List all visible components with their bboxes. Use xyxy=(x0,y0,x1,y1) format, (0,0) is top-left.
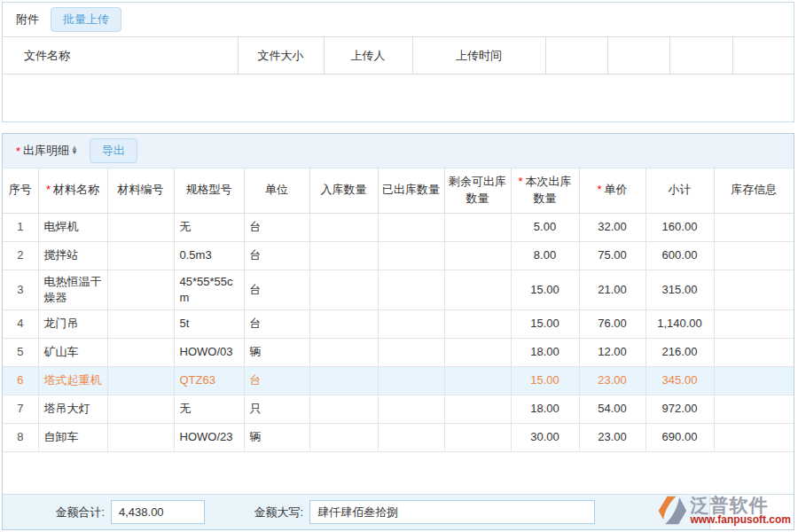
cell-price: 76.00 xyxy=(579,309,645,338)
cell-out_qty xyxy=(378,338,444,366)
cell-stock xyxy=(714,395,794,423)
cell-in_qty xyxy=(309,270,378,309)
attachments-header-bar: 附件 批量上传 xyxy=(3,3,794,36)
brand-logo-icon xyxy=(656,495,688,527)
export-button[interactable]: 导出 xyxy=(90,138,137,163)
cell-price: 12.00 xyxy=(579,338,645,366)
outbound-detail-panel: * 出库明细 ▲ ▼ 导出 序号*材料名称材料编号规格型号单位入库数量已出库数量… xyxy=(2,133,794,530)
attach-column-header-7 xyxy=(732,37,794,74)
outbound-column-header-0: 序号 xyxy=(3,168,38,213)
attachments-label: 附件 xyxy=(16,12,39,27)
cell-in_qty xyxy=(309,366,378,395)
cell-this_qty: 15.00 xyxy=(511,366,579,395)
row-count-stepper[interactable]: ▲ ▼ xyxy=(71,146,78,155)
outbound-row[interactable]: 1电焊机无台5.0032.00160.00 xyxy=(3,213,794,241)
outbound-column-header-1: *材料名称 xyxy=(38,168,107,213)
cell-in_qty xyxy=(309,309,378,338)
cell-unit: 只 xyxy=(244,395,309,423)
attachments-panel: 附件 批量上传 文件名称文件大小上传人上传时间 xyxy=(2,2,794,122)
cell-stock xyxy=(714,366,794,395)
cell-code xyxy=(107,338,174,366)
cell-price: 23.00 xyxy=(579,366,645,395)
cell-price: 21.00 xyxy=(579,270,645,309)
attach-column-header-1: 文件大小 xyxy=(238,37,324,74)
cell-name: 搅拌站 xyxy=(38,241,107,270)
outbound-row[interactable]: 5矿山车HOWO/03辆18.0012.00216.00 xyxy=(3,338,794,366)
cell-unit: 辆 xyxy=(244,338,309,366)
cell-stock xyxy=(714,309,794,338)
outbound-row[interactable]: 2搅拌站0.5m3台8.0075.00600.00 xyxy=(3,241,794,270)
cell-out_qty xyxy=(378,423,444,451)
cell-out_qty xyxy=(378,395,444,423)
stepper-down-icon[interactable]: ▼ xyxy=(71,151,78,155)
outbound-row[interactable]: 4龙门吊5t台15.0076.001,140.00 xyxy=(3,309,794,338)
outbound-column-header-5: 入库数量 xyxy=(309,168,378,213)
amount-words-field[interactable]: 肆仟肆佰叁拾捌 xyxy=(309,500,595,524)
cell-stock xyxy=(714,270,794,309)
required-marker: * xyxy=(597,183,601,196)
attach-column-header-6 xyxy=(669,37,732,74)
attach-column-header-5 xyxy=(607,37,669,74)
outbound-column-header-9: *单价 xyxy=(579,168,645,213)
required-marker: * xyxy=(518,175,522,188)
cell-remain_qty xyxy=(444,395,511,423)
cell-in_qty xyxy=(309,395,378,423)
cell-price: 54.00 xyxy=(579,395,645,423)
brand-text: 泛普软件 www.fanpusoft.com xyxy=(690,496,791,526)
cell-name: 塔吊大灯 xyxy=(38,395,107,423)
cell-unit: 台 xyxy=(244,213,309,241)
cell-unit: 辆 xyxy=(244,423,309,451)
outbound-column-header-4: 单位 xyxy=(244,168,309,213)
page: 附件 批量上传 文件名称文件大小上传人上传时间 * 出库明细 ▲ ▼ 导出 xyxy=(0,0,798,532)
cell-spec: 无 xyxy=(174,395,244,423)
cell-seq: 4 xyxy=(3,309,38,338)
cell-subtotal: 160.00 xyxy=(645,213,714,241)
outbound-column-header-3: 规格型号 xyxy=(174,168,244,213)
cell-remain_qty xyxy=(444,338,511,366)
cell-stock xyxy=(714,338,794,366)
outbound-row[interactable]: 6塔式起重机QTZ63台15.0023.00345.00 xyxy=(3,366,794,395)
cell-subtotal: 216.00 xyxy=(645,338,714,366)
cell-unit: 台 xyxy=(244,270,309,309)
cell-unit: 台 xyxy=(244,309,309,338)
total-amount-field[interactable]: 4,438.00 xyxy=(111,500,205,524)
cell-seq: 6 xyxy=(3,366,38,395)
outbound-row[interactable]: 7塔吊大灯无只18.0054.00972.00 xyxy=(3,395,794,423)
cell-out_qty xyxy=(378,309,444,338)
outbound-label: 出库明细 xyxy=(23,143,69,159)
outbound-table: 序号*材料名称材料编号规格型号单位入库数量已出库数量剩余可出库数量*本次出库数量… xyxy=(3,168,794,452)
cell-spec: HOWO/03 xyxy=(174,338,244,366)
amount-words-label: 金额大写: xyxy=(254,505,309,520)
cell-this_qty: 15.00 xyxy=(511,270,579,309)
cell-remain_qty xyxy=(444,366,511,395)
cell-seq: 8 xyxy=(3,423,38,451)
attach-column-header-4 xyxy=(545,37,607,74)
outbound-row[interactable]: 8自卸车HOWO/23辆30.0023.00690.00 xyxy=(3,423,794,451)
outbound-header-row: 序号*材料名称材料编号规格型号单位入库数量已出库数量剩余可出库数量*本次出库数量… xyxy=(3,168,794,213)
cell-name: 自卸车 xyxy=(38,423,107,451)
required-marker: * xyxy=(16,145,20,158)
cell-spec: 5t xyxy=(174,309,244,338)
cell-this_qty: 15.00 xyxy=(511,309,579,338)
cell-price: 32.00 xyxy=(579,213,645,241)
outbound-column-header-8: *本次出库数量 xyxy=(511,168,579,213)
cell-seq: 7 xyxy=(3,395,38,423)
outbound-column-header-11: 库存信息 xyxy=(714,168,794,213)
cell-this_qty: 18.00 xyxy=(511,395,579,423)
batch-upload-button[interactable]: 批量上传 xyxy=(51,7,121,32)
brand-url: www.fanpusoft.com xyxy=(690,514,791,526)
cell-code xyxy=(107,213,174,241)
cell-code xyxy=(107,366,174,395)
cell-this_qty: 8.00 xyxy=(511,241,579,270)
total-amount-label: 金额合计: xyxy=(3,505,111,520)
cell-in_qty xyxy=(309,423,378,451)
cell-code xyxy=(107,270,174,309)
required-marker: * xyxy=(46,183,51,196)
cell-spec: 0.5m3 xyxy=(174,241,244,270)
attach-column-header-3: 上传时间 xyxy=(412,37,545,74)
cell-this_qty: 5.00 xyxy=(511,213,579,241)
cell-name: 塔式起重机 xyxy=(38,366,107,395)
outbound-column-header-2: 材料编号 xyxy=(107,168,174,213)
outbound-row[interactable]: 3电热恒温干燥器45*55*55cm台15.0021.00315.00 xyxy=(3,270,794,309)
cell-in_qty xyxy=(309,213,378,241)
